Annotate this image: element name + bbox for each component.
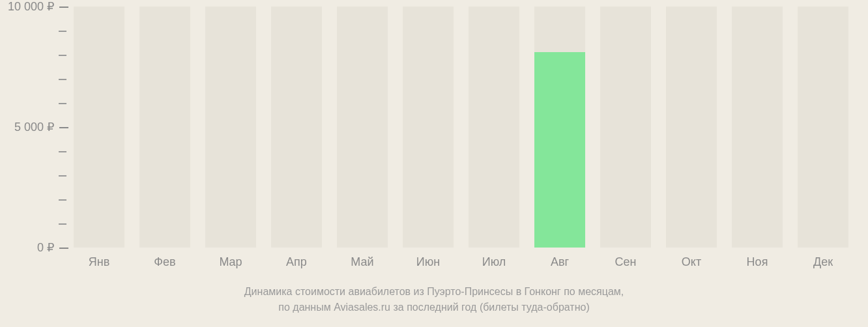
y-minor-tick	[59, 103, 66, 104]
bar	[534, 52, 585, 248]
y-tick-label: 5 000 ₽	[0, 120, 68, 134]
x-tick-label: Дек	[813, 255, 833, 269]
x-tick-label: Авг	[551, 255, 569, 269]
y-tick-label: 10 000 ₽	[0, 0, 68, 14]
y-minor-tick	[59, 79, 66, 80]
caption-line-2: по данным Aviasales.ru за последний год …	[278, 302, 589, 313]
bar-chart	[68, 7, 857, 248]
month-column	[798, 7, 848, 248]
y-minor-tick	[59, 151, 66, 152]
x-tick-label: Мар	[219, 255, 242, 269]
y-minor-tick	[59, 199, 66, 201]
y-minor-tick	[59, 31, 66, 32]
month-column	[469, 7, 519, 248]
plot-area	[68, 7, 857, 248]
month-column	[205, 7, 256, 248]
x-tick-label: Май	[351, 255, 373, 269]
month-column	[337, 7, 388, 248]
month-column	[600, 7, 651, 248]
x-tick-label: Июл	[482, 255, 506, 269]
x-tick-label: Окт	[682, 255, 701, 269]
x-tick-label: Сен	[615, 255, 637, 269]
y-minor-tick	[59, 223, 66, 225]
x-tick-label: Июн	[416, 255, 440, 269]
month-column	[403, 7, 454, 248]
chart-caption: Динамика стоимости авиабилетов из Пуэрто…	[0, 284, 868, 315]
month-column	[666, 7, 717, 248]
caption-line-1: Динамика стоимости авиабилетов из Пуэрто…	[244, 286, 624, 297]
x-tick-label: Фев	[154, 255, 175, 269]
x-tick-label: Янв	[89, 255, 110, 269]
x-tick-label: Апр	[286, 255, 307, 269]
month-column	[732, 7, 783, 248]
y-minor-tick	[59, 55, 66, 56]
month-column	[271, 7, 322, 248]
x-tick-label: Ноя	[747, 255, 768, 269]
y-minor-tick	[59, 175, 66, 177]
month-column	[74, 7, 124, 248]
y-tick-label: 0 ₽	[0, 240, 68, 255]
month-column	[139, 7, 190, 248]
